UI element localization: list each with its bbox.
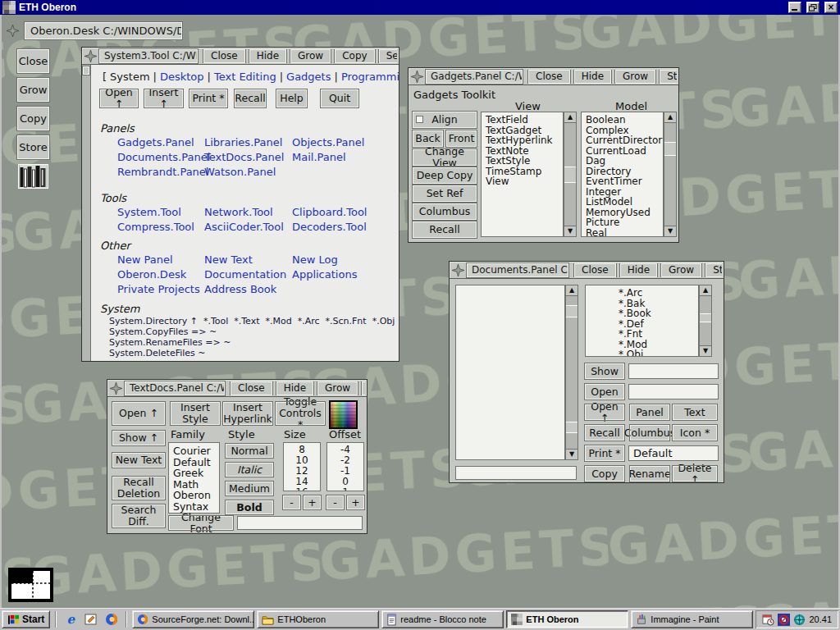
pen-document-icon[interactable] bbox=[82, 610, 100, 628]
titlebar-button[interactable]: Grow bbox=[615, 70, 655, 84]
list-item[interactable]: Oberon bbox=[169, 490, 219, 501]
list-item[interactable]: EventTimer bbox=[582, 176, 663, 187]
size-minus-button[interactable]: - bbox=[283, 495, 300, 509]
other-link[interactable]: Private Projects bbox=[117, 283, 204, 295]
scroll-down-icon[interactable]: ▼ bbox=[564, 226, 576, 236]
filters-scrollbar[interactable]: ▲ ▼ bbox=[699, 285, 712, 357]
toggle-controls-button[interactable]: Toggle Controls * bbox=[276, 402, 325, 425]
set-ref-button[interactable]: Set Ref bbox=[413, 185, 477, 202]
tool-link[interactable]: Decoders.Tool bbox=[292, 221, 367, 233]
viewer-marker-icon[interactable] bbox=[8, 568, 53, 602]
panel-link[interactable]: TextDocs.Panel bbox=[204, 151, 292, 163]
quit-button[interactable]: Quit bbox=[321, 89, 358, 107]
open-up-button[interactable]: Open ↑ bbox=[585, 404, 624, 420]
print-button[interactable]: Print * bbox=[585, 445, 624, 461]
panel-link[interactable]: Documents.Panel bbox=[117, 151, 204, 163]
window-handle-icon[interactable] bbox=[411, 71, 423, 83]
print-field[interactable]: Default bbox=[628, 445, 719, 461]
clock[interactable]: 20.41 bbox=[809, 614, 832, 624]
sidebar-button[interactable]: Copy bbox=[17, 107, 49, 130]
open-up-button[interactable]: Open ↑ bbox=[112, 402, 165, 425]
scroll-up-icon[interactable]: ▲ bbox=[664, 112, 676, 123]
list-item[interactable]: TextField bbox=[482, 115, 563, 126]
recall-button[interactable]: Recall bbox=[585, 425, 624, 441]
list-item[interactable]: TextStyle bbox=[482, 156, 563, 167]
panel-link[interactable]: Libraries.Panel bbox=[204, 136, 292, 148]
list-item[interactable]: Real bbox=[582, 228, 663, 238]
style-bold-button[interactable]: Bold bbox=[226, 500, 273, 514]
titlebar-button[interactable]: Grow bbox=[317, 381, 358, 395]
other-link[interactable]: Address Book bbox=[204, 283, 292, 295]
ie-icon[interactable]: e bbox=[62, 610, 80, 628]
scroll-up-icon[interactable]: ▲ bbox=[566, 285, 578, 296]
titlebar-button[interactable]: Hide bbox=[249, 49, 286, 63]
restore-button[interactable] bbox=[806, 2, 819, 13]
task-scheduler-icon[interactable] bbox=[762, 614, 774, 626]
search-diff-button[interactable]: Search Diff. bbox=[112, 504, 165, 527]
scroll-handle[interactable] bbox=[566, 305, 578, 317]
new-text-button[interactable]: New Text bbox=[112, 453, 165, 468]
window-title-tab[interactable]: TextDocs.Panel C:/WINDOWS bbox=[125, 381, 225, 395]
titlebar-button[interactable]: Store bbox=[362, 381, 365, 395]
titlebar-button[interactable]: Close bbox=[231, 381, 272, 395]
tool-link[interactable]: AsciiCoder.Tool bbox=[204, 221, 292, 233]
insert-button[interactable]: Insert ↑ bbox=[144, 89, 183, 107]
taskbar-task-paint[interactable]: Immagine - Paint bbox=[631, 610, 753, 628]
size-list[interactable]: 810121416 bbox=[283, 442, 321, 491]
window-handle-icon[interactable] bbox=[84, 50, 97, 62]
list-item[interactable]: Dag bbox=[582, 156, 663, 167]
size-plus-button[interactable]: + bbox=[304, 495, 321, 509]
list-item[interactable]: Courier bbox=[169, 445, 219, 457]
tool-link[interactable]: Compress.Tool bbox=[117, 221, 204, 233]
list-item[interactable]: View bbox=[482, 176, 563, 187]
offset-minus-button[interactable]: - bbox=[326, 495, 344, 509]
recall-button[interactable]: Recall bbox=[413, 221, 477, 238]
system-command[interactable]: System.Directory ↑ *.Tool *.Text *.Mod *… bbox=[109, 316, 399, 326]
align-checkbox[interactable] bbox=[416, 116, 423, 123]
start-button[interactable]: Start bbox=[2, 610, 50, 628]
help-button[interactable]: Help bbox=[276, 89, 307, 107]
list-item[interactable]: Greek bbox=[169, 468, 219, 479]
titlebar-button[interactable]: Close bbox=[528, 70, 570, 84]
panel-link[interactable]: Rembrandt.Panel bbox=[117, 166, 204, 178]
panel-button[interactable]: Panel bbox=[630, 404, 669, 420]
style-italic-button[interactable]: Italic bbox=[226, 463, 273, 477]
scroll-handle[interactable] bbox=[566, 422, 578, 434]
mute-icon[interactable] bbox=[778, 614, 790, 626]
menu-item[interactable]: Text Editing bbox=[214, 71, 276, 83]
scroll-handle[interactable] bbox=[664, 142, 676, 157]
insert-style-button[interactable]: Insert Style bbox=[171, 402, 220, 425]
list-item[interactable]: 16 bbox=[284, 487, 320, 491]
menu-item[interactable]: Programming bbox=[341, 71, 399, 83]
back-button[interactable]: Back bbox=[413, 130, 443, 147]
scroll-down-icon[interactable]: ▼ bbox=[700, 345, 711, 356]
offset-plus-button[interactable]: + bbox=[347, 495, 364, 509]
titlebar-button[interactable]: Hide bbox=[276, 381, 313, 395]
titlebar-button[interactable]: Copy bbox=[335, 49, 374, 63]
tool-link[interactable]: Network.Tool bbox=[204, 206, 292, 218]
list-item[interactable]: *.Fnt bbox=[614, 329, 698, 340]
rename-button[interactable]: Rename bbox=[630, 466, 669, 482]
titlebar-button[interactable]: Store bbox=[660, 70, 677, 84]
icon-button[interactable]: Icon * bbox=[673, 425, 717, 441]
sidebar-button[interactable]: Grow bbox=[17, 78, 49, 102]
other-link[interactable]: New Panel bbox=[117, 253, 204, 266]
change-view-button[interactable]: Change View bbox=[413, 149, 477, 166]
window-title-tab[interactable]: System3.Tool C:/WINDOWS bbox=[99, 49, 198, 63]
other-link[interactable]: Oberon.Desk bbox=[117, 268, 204, 281]
minimize-button[interactable] bbox=[788, 2, 801, 13]
list-item[interactable]: Boolean bbox=[582, 115, 663, 126]
documents-list[interactable] bbox=[455, 285, 565, 460]
print-button[interactable]: Print * bbox=[189, 89, 227, 107]
panel-link[interactable]: Objects.Panel bbox=[292, 136, 364, 148]
columbus-button[interactable]: Columbus bbox=[630, 425, 669, 441]
list-item[interactable]: *.Book bbox=[614, 308, 698, 319]
show-up-button[interactable]: Show ↑ bbox=[112, 431, 165, 445]
other-link[interactable]: Applications bbox=[292, 268, 357, 281]
taskbar-task-sourceforge[interactable]: SourceForge.net: Downl... bbox=[132, 610, 254, 628]
titlebar-button[interactable]: Hide bbox=[574, 70, 611, 84]
menu-item[interactable]: Gadgets bbox=[286, 71, 331, 83]
open-button[interactable]: Open ↑ bbox=[100, 89, 138, 107]
deep-copy-button[interactable]: Deep Copy bbox=[413, 167, 477, 184]
list-item[interactable]: *.Obj bbox=[614, 349, 698, 357]
